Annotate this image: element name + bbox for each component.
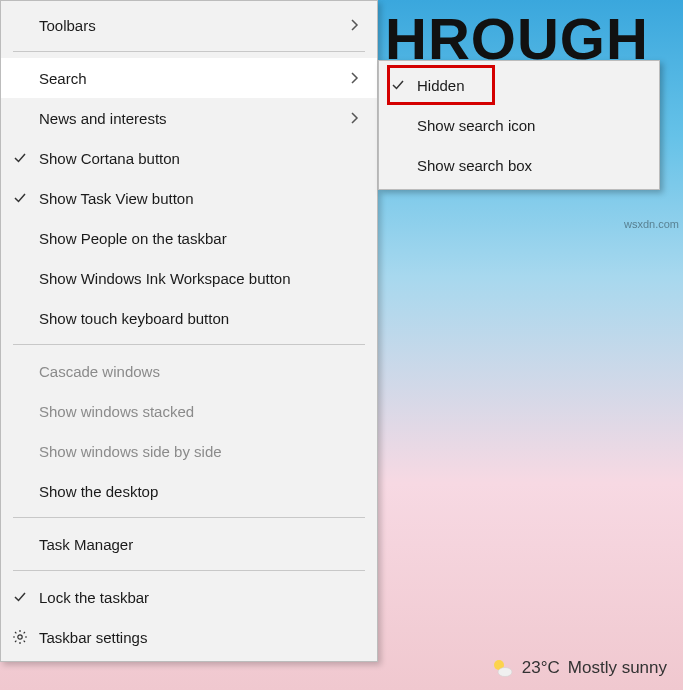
taskview-label: Show Task View button	[39, 190, 363, 207]
search-submenu: Hidden Show search icon Show search box	[378, 60, 660, 190]
search-label: Search	[39, 70, 347, 87]
gear-icon	[1, 629, 39, 645]
check-icon	[379, 78, 417, 92]
menu-item-stacked: Show windows stacked	[1, 391, 377, 431]
show-box-label: Show search box	[417, 157, 645, 174]
chevron-right-icon	[347, 112, 363, 124]
taskbar-weather[interactable]: 23°C Mostly sunny	[482, 646, 675, 690]
menu-item-taskview[interactable]: Show Task View button	[1, 178, 377, 218]
menu-item-taskmgr[interactable]: Task Manager	[1, 524, 377, 564]
menu-item-cortana[interactable]: Show Cortana button	[1, 138, 377, 178]
hidden-label: Hidden	[417, 77, 645, 94]
submenu-item-show-box[interactable]: Show search box	[379, 145, 659, 185]
show-icon-label: Show search icon	[417, 117, 645, 134]
separator	[13, 344, 365, 345]
menu-item-touchkb[interactable]: Show touch keyboard button	[1, 298, 377, 338]
check-icon	[1, 590, 39, 604]
submenu-item-show-icon[interactable]: Show search icon	[379, 105, 659, 145]
menu-item-cascade: Cascade windows	[1, 351, 377, 391]
menu-item-people[interactable]: Show People on the taskbar	[1, 218, 377, 258]
toolbars-label: Toolbars	[39, 17, 347, 34]
ink-label: Show Windows Ink Workspace button	[39, 270, 363, 287]
svg-point-2	[498, 668, 512, 677]
check-icon	[1, 151, 39, 165]
menu-item-search[interactable]: Search	[1, 58, 377, 98]
separator	[13, 570, 365, 571]
separator	[13, 517, 365, 518]
chevron-right-icon	[347, 72, 363, 84]
sidebyside-label: Show windows side by side	[39, 443, 363, 460]
menu-item-lock[interactable]: Lock the taskbar	[1, 577, 377, 617]
menu-item-ink[interactable]: Show Windows Ink Workspace button	[1, 258, 377, 298]
menu-item-settings[interactable]: Taskbar settings	[1, 617, 377, 657]
lock-label: Lock the taskbar	[39, 589, 363, 606]
news-label: News and interests	[39, 110, 347, 127]
menu-item-desktop[interactable]: Show the desktop	[1, 471, 377, 511]
menu-item-toolbars[interactable]: Toolbars	[1, 5, 377, 45]
touchkb-label: Show touch keyboard button	[39, 310, 363, 327]
cortana-label: Show Cortana button	[39, 150, 363, 167]
menu-item-news[interactable]: News and interests	[1, 98, 377, 138]
settings-label: Taskbar settings	[39, 629, 363, 646]
separator	[13, 51, 365, 52]
weather-sunny-icon	[490, 656, 514, 680]
menu-item-sidebyside: Show windows side by side	[1, 431, 377, 471]
svg-point-0	[18, 635, 22, 639]
taskmgr-label: Task Manager	[39, 536, 363, 553]
weather-desc: Mostly sunny	[568, 658, 667, 678]
taskbar-context-menu: Toolbars Search News and interests Show …	[0, 0, 378, 662]
desktop-label: Show the desktop	[39, 483, 363, 500]
stacked-label: Show windows stacked	[39, 403, 363, 420]
cascade-label: Cascade windows	[39, 363, 363, 380]
check-icon	[1, 191, 39, 205]
submenu-item-hidden[interactable]: Hidden	[379, 65, 659, 105]
weather-temp: 23°C	[522, 658, 560, 678]
people-label: Show People on the taskbar	[39, 230, 363, 247]
watermark: wsxdn.com	[624, 218, 679, 230]
chevron-right-icon	[347, 19, 363, 31]
